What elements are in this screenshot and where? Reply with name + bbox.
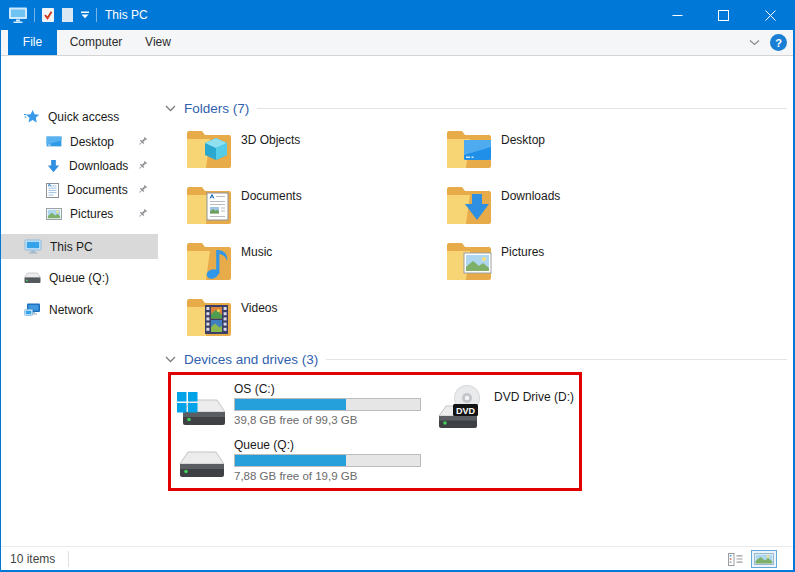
dvd-drive-icon: DVD [436, 384, 486, 435]
sidebar-item-label: Downloads [69, 159, 128, 173]
pictures-icon [46, 208, 62, 220]
tab-file[interactable]: File [8, 30, 57, 55]
folder-name: Pictures [501, 245, 544, 259]
computer-icon [24, 239, 42, 254]
drive-free-space: 39,8 GB free of 99,3 GB [234, 414, 357, 426]
maximize-button[interactable] [700, 0, 746, 30]
sidebar-item-desktop[interactable]: Desktop [1, 130, 158, 154]
sidebar-item-label: Desktop [70, 135, 114, 149]
items-view: Folders (7) 3D Objects Desktop [158, 88, 793, 546]
sidebar-item-this-pc[interactable]: This PC [1, 234, 158, 259]
folder-music-icon [185, 238, 233, 285]
ribbon-tab-row: File Computer View ? [0, 30, 795, 56]
drive-tile-dvd-d[interactable]: DVD DVD Drive (D:) [436, 382, 636, 434]
folder-pictures-icon [445, 238, 493, 285]
drive-tile-os-c[interactable]: OS (C:) 39,8 GB free of 99,3 GB [177, 382, 447, 434]
drive-usage-fill [235, 399, 346, 410]
new-folder-icon[interactable] [61, 7, 74, 23]
drive-usage-fill [235, 455, 346, 466]
os-drive-icon [177, 388, 227, 435]
folder-tile-videos[interactable]: Videos [185, 294, 441, 342]
sidebar-item-label: This PC [50, 240, 93, 254]
sidebar-item-queue-drive[interactable]: Queue (Q:) [1, 266, 158, 290]
title-bar: This PC [0, 0, 795, 30]
drive-name: OS (C:) [234, 382, 275, 396]
star-icon [24, 109, 40, 125]
svg-text:DVD: DVD [456, 406, 476, 416]
sidebar-item-downloads[interactable]: Downloads [1, 154, 158, 178]
details-view-icon[interactable] [728, 553, 743, 566]
folder-name: Documents [241, 189, 302, 203]
large-icons-view-icon[interactable] [751, 550, 777, 568]
sidebar-item-quick-access[interactable]: Quick access [1, 105, 158, 129]
sidebar-item-label: Network [49, 303, 93, 317]
toolbar-separator [96, 8, 97, 22]
drive-name: DVD Drive (D:) [494, 390, 574, 404]
desktop-icon [46, 136, 62, 149]
folder-desktop-icon [445, 126, 493, 173]
status-separator [68, 551, 69, 567]
folder-tile-pictures[interactable]: Pictures [445, 238, 701, 286]
folder-tile-downloads[interactable]: Downloads [445, 182, 701, 230]
minimize-button[interactable] [654, 0, 700, 30]
window-border [0, 0, 1, 572]
explorer-window: This PC File Computer View ? [0, 0, 795, 572]
documents-icon [46, 183, 59, 198]
downloads-icon [46, 159, 61, 174]
navigation-bar: › This PC [0, 56, 795, 88]
folder-3d-objects-icon [185, 126, 233, 173]
sidebar-item-label: Quick access [48, 110, 119, 124]
network-icon [24, 303, 41, 317]
sidebar-item-label: Queue (Q:) [49, 271, 109, 285]
queue-drive-icon [179, 450, 225, 483]
navigation-pane: Quick access Desktop Downloads [1, 88, 158, 546]
sidebar-item-network[interactable]: Network [1, 298, 158, 322]
help-button[interactable]: ? [770, 34, 787, 51]
drive-free-space: 7,88 GB free of 19,9 GB [234, 470, 357, 482]
folder-tile-music[interactable]: Music [185, 238, 441, 286]
devices-section-header[interactable]: Devices and drives (3) [165, 350, 787, 368]
folder-name: Downloads [501, 189, 560, 203]
folder-tile-3d-objects[interactable]: 3D Objects [185, 126, 441, 174]
drive-name: Queue (Q:) [234, 438, 294, 452]
folder-name: Music [241, 245, 272, 259]
folder-name: 3D Objects [241, 133, 300, 147]
tab-computer[interactable]: Computer [63, 30, 129, 55]
section-rule [326, 359, 787, 360]
quick-access-toolbar [0, 7, 97, 23]
drive-usage-bar [234, 454, 421, 467]
drive-icon [24, 272, 41, 284]
expand-ribbon-chevron-icon[interactable] [749, 39, 760, 46]
folder-name: Videos [241, 301, 277, 315]
tab-view[interactable]: View [133, 30, 183, 55]
properties-check-icon[interactable] [41, 7, 55, 23]
window-controls [654, 0, 795, 30]
sidebar-item-documents[interactable]: Documents [1, 178, 158, 202]
folders-section-header[interactable]: Folders (7) [165, 99, 787, 117]
folder-tile-documents[interactable]: Documents [185, 182, 441, 230]
sidebar-item-label: Documents [67, 183, 128, 197]
toolbar-separator [34, 8, 35, 22]
section-title: Folders (7) [184, 101, 249, 116]
collapse-chevron-icon[interactable] [165, 105, 176, 112]
folder-name: Desktop [501, 133, 545, 147]
section-rule [257, 108, 787, 109]
pin-icon [137, 136, 148, 150]
section-title: Devices and drives (3) [184, 352, 318, 367]
customize-quick-access-chevron-icon[interactable] [80, 11, 90, 19]
drive-tile-queue-q[interactable]: Queue (Q:) 7,88 GB free of 19,9 GB [177, 438, 447, 490]
status-bar: 10 items [0, 546, 795, 570]
collapse-chevron-icon[interactable] [165, 356, 176, 363]
sidebar-item-label: Pictures [70, 207, 113, 221]
folder-videos-icon [185, 294, 233, 341]
item-count: 10 items [10, 547, 55, 571]
main-area: Quick access Desktop Downloads [1, 88, 793, 546]
folder-tile-desktop[interactable]: Desktop [445, 126, 701, 174]
sidebar-item-pictures[interactable]: Pictures [1, 202, 158, 226]
drive-usage-bar [234, 398, 421, 411]
folder-downloads-icon [445, 182, 493, 229]
close-button[interactable] [746, 0, 795, 30]
window-title: This PC [105, 8, 148, 22]
folder-documents-icon [185, 182, 233, 229]
pin-icon [137, 208, 148, 222]
